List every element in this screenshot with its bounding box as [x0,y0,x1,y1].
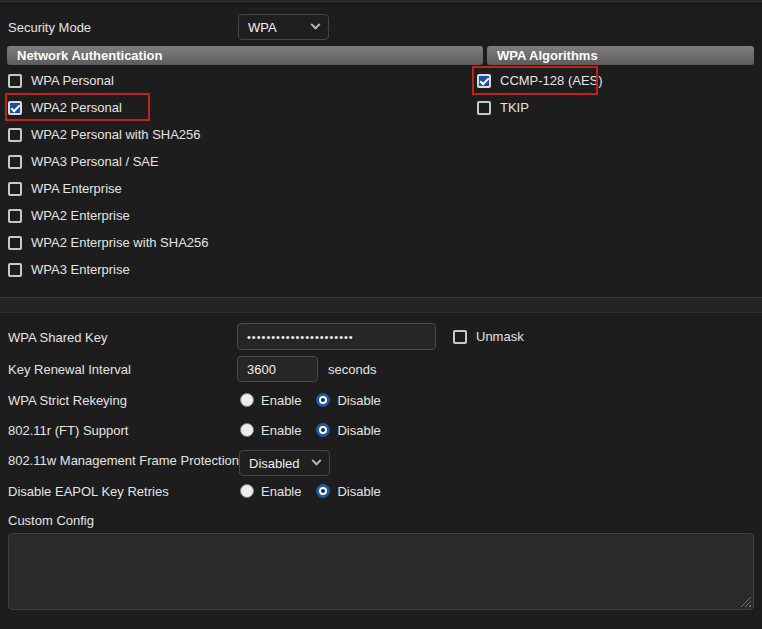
custom-config-textarea[interactable] [8,533,754,610]
checkbox-row-wpa-enterprise: WPA Enterprise [8,175,122,202]
ft-support-radio-group: Enable Disable [240,417,396,443]
unmask-row: Unmask [453,323,524,350]
eapol-radio-group: Enable Disable [240,478,396,504]
wpa-algorithms-header: WPA Algorithms [487,46,754,65]
mfp-label: 802.11w Management Frame Protection [8,453,239,468]
mfp-select-value: Disabled [249,456,300,471]
wpa-enterprise-checkbox[interactable] [8,182,22,196]
mfp-select[interactable]: Disabled [239,450,330,476]
ccmp-128-label: CCMP-128 (AES) [500,73,603,88]
wpa-strict-rekeying-label: WPA Strict Rekeying [8,393,127,408]
wpa2-personal-sha256-label: WPA2 Personal with SHA256 [31,127,201,142]
tkip-label: TKIP [500,100,529,115]
chevron-down-icon [312,455,322,465]
wpa-shared-key-label: WPA Shared Key [8,330,107,345]
tkip-checkbox[interactable] [477,101,491,115]
checkbox-row-wpa3-personal-sae: WPA3 Personal / SAE [8,148,159,175]
wpa3-personal-sae-label: WPA3 Personal / SAE [31,154,159,169]
checkbox-row-wpa2-personal: WPA2 Personal [8,94,122,121]
checkbox-row-wpa2-personal-sha256: WPA2 Personal with SHA256 [8,121,201,148]
unmask-label: Unmask [476,329,524,344]
wireless-security-panel: Security Mode WPA Network Authentication… [0,0,762,629]
wpa3-enterprise-checkbox[interactable] [8,263,22,277]
checkbox-row-wpa2-enterprise-sha256: WPA2 Enterprise with SHA256 [8,229,209,256]
wpa-personal-checkbox[interactable] [8,74,22,88]
ft-support-label: 802.11r (FT) Support [8,423,128,438]
security-mode-label: Security Mode [8,20,91,35]
wpa-shared-key-masked-value: •••••••••••••••••••••• [247,331,354,343]
wpa-shared-key-input[interactable]: •••••••••••••••••••••• [237,323,436,350]
chevron-down-icon [311,19,321,29]
wpa2-personal-label: WPA2 Personal [31,100,122,115]
ft-support-disable-radio[interactable] [316,423,330,437]
wpa2-enterprise-checkbox[interactable] [8,209,22,223]
eapol-enable-radio[interactable] [240,484,254,498]
checkbox-row-wpa-personal: WPA Personal [8,67,114,94]
checkbox-row-tkip: TKIP [477,94,529,121]
unmask-checkbox[interactable] [453,330,467,344]
key-renewal-interval-value: 3600 [247,362,276,377]
wpa-personal-label: WPA Personal [31,73,114,88]
ft-support-enable-label: Enable [261,423,301,438]
wpa3-personal-sae-checkbox[interactable] [8,155,22,169]
wpa2-personal-checkbox[interactable] [8,101,22,115]
wpa-enterprise-label: WPA Enterprise [31,181,122,196]
key-renewal-interval-input[interactable]: 3600 [237,356,318,382]
eapol-enable-label: Enable [261,484,301,499]
checkbox-row-ccmp-128: CCMP-128 (AES) [477,67,603,94]
wpa2-enterprise-sha256-checkbox[interactable] [8,236,22,250]
section-divider [0,297,762,313]
wpa-strict-rekeying-disable-radio[interactable] [316,393,330,407]
checkbox-row-wpa2-enterprise: WPA2 Enterprise [8,202,130,229]
ft-support-disable-label: Disable [337,423,380,438]
ft-support-enable-radio[interactable] [240,423,254,437]
wpa-strict-rekeying-radio-group: Enable Disable [240,387,396,413]
wpa2-enterprise-sha256-label: WPA2 Enterprise with SHA256 [31,235,209,250]
ccmp-128-checkbox[interactable] [477,74,491,88]
security-mode-select-value: WPA [248,20,277,35]
wpa2-personal-sha256-checkbox[interactable] [8,128,22,142]
custom-config-label: Custom Config [8,513,94,528]
eapol-disable-label: Disable [337,484,380,499]
key-renewal-interval-unit: seconds [328,362,376,377]
network-authentication-header: Network Authentication [7,46,483,65]
wpa-strict-rekeying-disable-label: Disable [337,393,380,408]
security-mode-select[interactable]: WPA [238,14,329,40]
top-divider [0,0,762,4]
checkbox-row-wpa3-enterprise: WPA3 Enterprise [8,256,130,283]
wpa2-enterprise-label: WPA2 Enterprise [31,208,130,223]
resize-grip-icon[interactable] [740,596,751,607]
wpa3-enterprise-label: WPA3 Enterprise [31,262,130,277]
wpa-strict-rekeying-enable-label: Enable [261,393,301,408]
wpa-strict-rekeying-enable-radio[interactable] [240,393,254,407]
eapol-disable-radio[interactable] [316,484,330,498]
eapol-label: Disable EAPOL Key Retries [8,484,169,499]
key-renewal-interval-label: Key Renewal Interval [8,362,131,377]
